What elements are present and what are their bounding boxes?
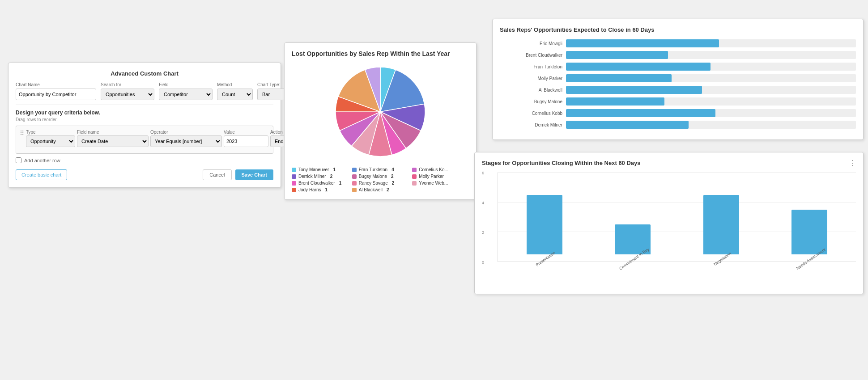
legend-count: 1	[333, 167, 336, 172]
field-name-select[interactable]: Create Date	[77, 135, 149, 147]
hbar-track	[566, 109, 856, 117]
cancel-button[interactable]: Cancel	[203, 169, 231, 180]
legend-color	[412, 181, 417, 186]
legend-item: Derrick Milner 2	[292, 174, 349, 179]
hbar-row: Brent Cloudwalker	[500, 51, 856, 59]
vbar-fill	[703, 195, 739, 254]
vbar-col: Presentation	[507, 195, 582, 262]
hbar-track	[566, 39, 856, 47]
hbar-label: Brent Cloudwalker	[500, 53, 562, 58]
add-row-label: Add another row	[24, 158, 60, 163]
stages-panel: Stages for Opportunities Closing Within …	[474, 152, 864, 294]
create-basic-chart-button[interactable]: Create basic chart	[16, 169, 67, 180]
hbar-track	[566, 51, 856, 59]
method-select[interactable]: Count	[217, 89, 253, 100]
legend-color	[292, 168, 296, 172]
drag-handle-icon: ⠿	[20, 130, 24, 137]
pie-chart-title: Lost Opportunities by Sales Rep Within t…	[292, 50, 469, 57]
hbar-label: Molly Parker	[500, 76, 562, 81]
hbar-track	[566, 74, 856, 82]
legend-item: Molly Parker	[412, 174, 469, 179]
hbar-fill	[566, 121, 689, 129]
vbar-fill	[527, 195, 562, 254]
add-row-checkbox[interactable]	[16, 157, 21, 163]
value-label: Value	[224, 130, 268, 135]
operator-select[interactable]: Year Equals [number]	[150, 135, 222, 147]
y-tick-label: 0	[482, 260, 486, 265]
legend-label: Molly Parker	[419, 174, 444, 179]
y-tick-label: 4	[482, 201, 486, 205]
legend-color	[352, 168, 357, 172]
hbar-row: Derrick Milner	[500, 121, 856, 129]
query-sub: Drag rows to reorder.	[16, 117, 273, 122]
save-chart-button[interactable]: Save Chart	[235, 169, 273, 180]
legend-color	[352, 181, 357, 186]
vbar-col: Commitment to Buy	[596, 224, 671, 262]
y-tick-label: 6	[482, 171, 486, 175]
legend-item: Jody Harris 1	[292, 187, 349, 192]
hbar-label: Al Blackwell	[500, 88, 562, 93]
y-axis-labels: 0246	[482, 173, 496, 262]
legend-count: 2	[391, 174, 394, 179]
hbar-row: Cornelius Kobb	[500, 109, 856, 117]
legend-count: 2	[330, 174, 333, 179]
hbar-label: Derrick Milner	[500, 122, 562, 127]
hbar-fill	[566, 74, 672, 82]
sales-reps-title: Sales Reps' Opportunities Expected to Cl…	[500, 26, 856, 33]
hbar-track	[566, 121, 856, 129]
advanced-chart-panel: Advanced Custom Chart Chart Name Search …	[8, 63, 281, 188]
hbar-fill	[566, 97, 664, 106]
legend-item: Brent Cloudwalker 1	[292, 181, 349, 186]
method-label: Method	[217, 82, 253, 87]
hbar-fill	[566, 86, 702, 94]
legend-label: Cornelius Ko...	[419, 167, 448, 172]
legend-label: Brent Cloudwalker	[298, 181, 335, 186]
panel-title: Advanced Custom Chart	[16, 70, 273, 77]
legend-label: Jody Harris	[298, 187, 321, 192]
query-title: Design your query criteria below.	[16, 110, 273, 116]
chart-name-input[interactable]	[16, 89, 96, 100]
hbar-fill	[566, 39, 719, 47]
legend-grid: Tony Maneuver 1 Fran Turkleton 4 Corneli…	[292, 167, 469, 192]
legend-label: Tony Maneuver	[298, 167, 329, 172]
legend-count: 1	[325, 187, 328, 192]
field-name-label: Field name	[77, 130, 149, 135]
pie-chart-container	[292, 63, 469, 161]
hbar-label: Eric Mowgli	[500, 41, 562, 46]
type-label: Type	[26, 130, 75, 135]
field-select[interactable]: Competitor	[159, 89, 213, 100]
legend-item: Bugsy Malone 2	[352, 174, 409, 179]
vbar-col: Needs Assessment	[772, 210, 847, 262]
legend-item: Tony Maneuver 1	[292, 167, 349, 172]
legend-item: Yvonne Web...	[412, 181, 469, 186]
hbar-track	[566, 86, 856, 94]
field-label: Field	[159, 82, 213, 87]
hbar-row: Fran Turkleton	[500, 63, 856, 71]
pie-chart-svg	[331, 63, 430, 161]
hbar-row: Bugsy Malone	[500, 97, 856, 106]
stages-menu-icon[interactable]: ⋮	[849, 159, 856, 167]
hbar-label: Fran Turkleton	[500, 64, 562, 69]
hbar-track	[566, 97, 856, 106]
legend-item: Al Blackwell 2	[352, 187, 409, 192]
type-select[interactable]: Opportunity	[26, 135, 75, 147]
legend-label: Yvonne Web...	[419, 181, 448, 186]
value-input[interactable]	[224, 135, 268, 147]
search-for-select[interactable]: Opportunities	[101, 89, 154, 100]
legend-color	[412, 168, 417, 172]
legend-item: Rancy Savage 2	[352, 181, 409, 186]
legend-item: Fran Turkleton 4	[352, 167, 409, 172]
legend-label: Bugsy Malone	[359, 174, 387, 179]
legend-label: Derrick Milner	[298, 174, 326, 179]
stages-title: Stages for Opportunities Closing Within …	[482, 160, 856, 166]
criteria-box: ⠿ Type Opportunity Field name Create Dat…	[16, 126, 273, 154]
hbar-fill	[566, 63, 711, 71]
vbar-col: Negotiation	[684, 195, 759, 262]
hbar-label: Cornelius Kobb	[500, 111, 562, 116]
search-for-label: Search for	[101, 82, 154, 87]
legend-label: Rancy Savage	[359, 181, 388, 186]
hbar-fill	[566, 51, 668, 59]
legend-color	[292, 181, 296, 186]
y-tick-label: 2	[482, 230, 486, 235]
legend-count: 2	[387, 187, 389, 192]
